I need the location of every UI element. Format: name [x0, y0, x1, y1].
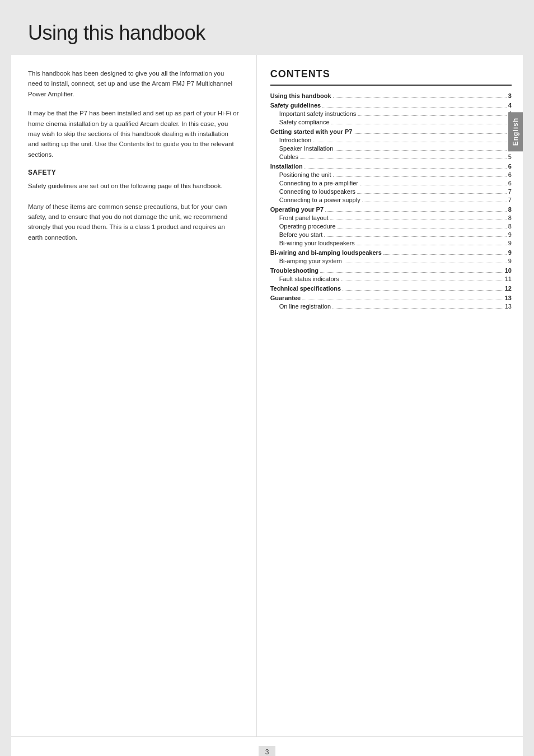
toc-dots — [302, 300, 503, 300]
toc-label: Introduction — [279, 137, 311, 143]
toc-label: Safety guidelines — [270, 102, 321, 109]
toc-label: Fault status indicators — [279, 276, 339, 282]
toc-dots — [330, 220, 507, 220]
language-tab: English — [508, 112, 523, 151]
main-content: This handbook has been designed to give … — [11, 55, 523, 736]
toc-dots — [333, 176, 507, 177]
toc-page-number: 5 — [508, 153, 512, 160]
toc-item: Installation6 — [270, 163, 512, 170]
toc-item: Guarantee13 — [270, 295, 512, 302]
toc-dots — [333, 97, 507, 98]
toc-dots — [343, 290, 503, 291]
toc-dots — [325, 211, 507, 212]
toc-page-number: 12 — [505, 285, 512, 292]
toc-item: Speaker Installation5 — [270, 145, 512, 152]
toc-dots — [338, 228, 507, 228]
toc-item: Technical specifications12 — [270, 285, 512, 292]
left-column: This handbook has been designed to give … — [11, 55, 257, 736]
toc-dots — [360, 185, 507, 185]
safety-paragraph-1: Safety guidelines are set out on the fol… — [28, 181, 240, 191]
page-title: Using this handbook — [28, 21, 506, 45]
toc-item: Bi-wiring and bi-amping loudspeakers9 — [270, 249, 512, 256]
toc-dots — [332, 308, 503, 309]
toc-page-number: 10 — [505, 267, 512, 274]
toc-item: Important safety instructions4 — [270, 110, 512, 118]
page-wrapper: Using this handbook English This handboo… — [11, 11, 523, 756]
toc-item: Before you start9 — [270, 231, 512, 239]
toc-page-number: 9 — [508, 240, 512, 246]
toc-label: Operating your P7 — [270, 206, 324, 213]
toc-page-number: 11 — [505, 276, 512, 282]
toc-page-number: 6 — [508, 171, 512, 178]
toc-dots — [354, 133, 506, 134]
toc-item: Operating procedure8 — [270, 223, 512, 230]
toc-label: Guarantee — [270, 295, 301, 301]
toc-dots — [335, 150, 507, 151]
toc-item: Bi-wiring your loudspeakers9 — [270, 240, 512, 247]
toc-item: Safety guidelines4 — [270, 102, 512, 109]
contents-heading: CONTENTS — [270, 68, 512, 86]
toc-page-number: 4 — [508, 102, 512, 109]
toc-label: Connecting to a pre-amplifier — [279, 180, 358, 186]
toc-dots — [341, 281, 503, 281]
toc-item: Operating your P78 — [270, 206, 512, 213]
toc-dots — [324, 236, 506, 237]
toc-dots — [357, 245, 507, 245]
toc-dots — [322, 107, 507, 108]
toc-item: Connecting to a power supply7 — [270, 197, 512, 204]
intro-paragraph-1: This handbook has been designed to give … — [28, 68, 240, 99]
toc-label: On line registration — [279, 303, 331, 310]
toc-item: Introduction5 — [270, 137, 512, 144]
toc-page-number: 6 — [508, 180, 512, 186]
header-bar: Using this handbook — [11, 11, 523, 55]
toc-page-number: 9 — [508, 258, 512, 264]
toc-page-number: 6 — [508, 163, 512, 170]
toc-item: Getting started with your P75 — [270, 128, 512, 136]
toc-item: Troubleshooting10 — [270, 267, 512, 274]
toc-label: Troubleshooting — [270, 267, 318, 274]
toc-label: Front panel layout — [279, 214, 329, 221]
toc-page-number: 8 — [508, 206, 512, 213]
intro-paragraph-2: It may be that the P7 has been installed… — [28, 108, 240, 160]
toc-dots — [357, 193, 507, 194]
toc-dots — [300, 158, 507, 159]
toc-page-number: 9 — [508, 231, 512, 238]
toc-label: Bi-amping your system — [279, 258, 342, 264]
toc-page-number: 8 — [508, 223, 512, 230]
toc-label: Important safety instructions — [279, 110, 357, 117]
toc-dots — [383, 254, 507, 255]
toc-label: Speaker Installation — [279, 145, 334, 152]
toc-page-number: 13 — [505, 303, 512, 310]
toc-label: Bi-wiring your loudspeakers — [279, 240, 355, 246]
toc-page-number: 7 — [508, 197, 512, 203]
safety-paragraph-2: Many of these items are common sense pre… — [28, 202, 240, 243]
toc-dots — [320, 272, 503, 273]
toc-page-number: 8 — [508, 214, 512, 221]
toc-label: Cables — [279, 153, 298, 160]
toc-item: Bi-amping your system9 — [270, 258, 512, 265]
toc-dots — [313, 142, 507, 142]
toc-label: Getting started with your P7 — [270, 128, 353, 135]
safety-heading: SAFETY — [28, 169, 240, 176]
toc-label: Using this handbook — [270, 92, 331, 99]
toc-dots — [305, 168, 507, 169]
toc-item: On line registration13 — [270, 303, 512, 310]
toc-item: Cables5 — [270, 153, 512, 161]
page-footer: 3 — [11, 736, 523, 756]
toc-container: Using this handbook3Safety guidelines4Im… — [270, 92, 512, 310]
toc-label: Bi-wiring and bi-amping loudspeakers — [270, 249, 382, 256]
toc-label: Installation — [270, 163, 303, 170]
toc-label: Safety compliance — [279, 119, 330, 125]
toc-label: Connecting to loudspeakers — [279, 188, 355, 195]
toc-label: Operating procedure — [279, 223, 336, 230]
toc-page-number: 9 — [508, 249, 512, 256]
toc-item: Fault status indicators11 — [270, 276, 512, 283]
toc-dots — [344, 263, 507, 263]
toc-label: Before you start — [279, 231, 323, 238]
page-number: 3 — [259, 746, 276, 756]
toc-item: Connecting to loudspeakers7 — [270, 188, 512, 195]
toc-dots — [362, 202, 507, 202]
toc-page-number: 3 — [508, 92, 512, 99]
toc-item: Positioning the unit6 — [270, 171, 512, 179]
toc-item: Front panel layout8 — [270, 214, 512, 222]
